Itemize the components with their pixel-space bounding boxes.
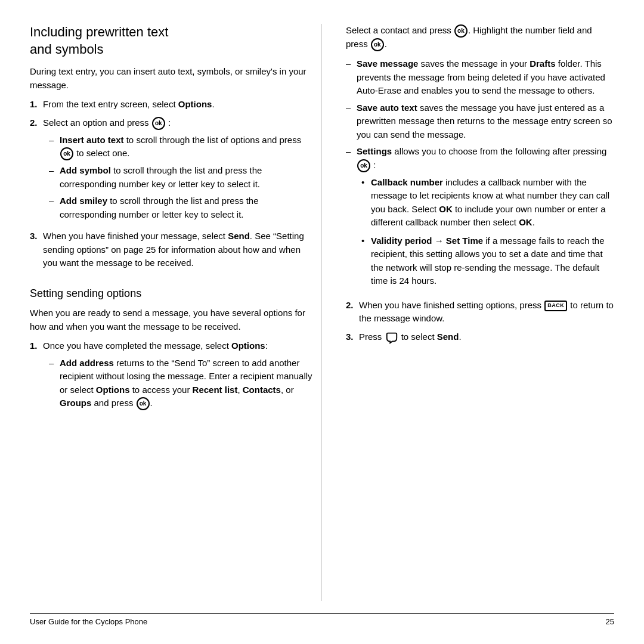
subitem-add-symbol-text: Add symbol to scroll through the list an… (60, 164, 315, 191)
step-1-bold: Options (178, 99, 212, 109)
section1-steps: 1. From the text entry screen, select Op… (30, 98, 315, 270)
settings-subitems: • Callback number includes a callback nu… (361, 176, 614, 288)
dash-addr: – (49, 357, 60, 411)
subitem-add-smiley-text: Add smiley to scroll through the list an… (60, 194, 315, 221)
subitem-add-address-text: Add address returns to the “Send To” scr… (60, 357, 315, 411)
dash-3: – (49, 194, 60, 221)
section1-intro: During text entry, you can insert auto t… (30, 65, 315, 92)
subitem-validity-text: Validity period → Set Time if a message … (371, 234, 614, 288)
section2-steps: 1. Once you have completed the message, … (30, 339, 315, 414)
content-area: Including prewritten text and symbols Du… (30, 24, 614, 601)
ok-button-icon-r1: ok (454, 24, 467, 38)
bottom-step-3: 3. Press to select Send. (346, 330, 614, 344)
item-settings-content: Settings allows you to choose from the f… (357, 145, 614, 293)
step-1-num: 1. (30, 98, 43, 112)
s2-subitems: – Add address returns to the “Send To” s… (49, 357, 315, 411)
bullet-callback: • (361, 176, 371, 230)
bullet-validity: • (361, 234, 371, 288)
bottom-step-2-num: 2. (346, 299, 359, 326)
right-column: Select a contact and press ok. Highlight… (346, 24, 614, 601)
left-column: Including prewritten text and symbols Du… (30, 24, 322, 601)
subitem-insert-auto: – Insert auto text to scroll through the… (49, 134, 315, 161)
item-save-message: – Save message saves the message in your… (346, 57, 614, 98)
step-3-num: 3. (30, 230, 43, 270)
subitem-callback: • Callback number includes a callback nu… (361, 176, 614, 230)
subitem-validity: • Validity period → Set Time if a messag… (361, 234, 614, 288)
right-items: – Save message saves the message in your… (346, 57, 614, 293)
step-3: 3. When you have finished your message, … (30, 230, 315, 270)
section1-title: Including prewritten text and symbols (30, 24, 315, 58)
subitem-callback-text: Callback number includes a callback numb… (371, 176, 614, 230)
bottom-step-2: 2. When you have finished setting option… (346, 299, 614, 326)
dash-settings: – (346, 145, 357, 293)
footer-left: User Guide for the Cyclops Phone (30, 617, 147, 626)
back-button-icon: BACK (544, 301, 567, 311)
ok-button-icon-2: ok (60, 147, 73, 160)
step-2-subitems: – Insert auto text to scroll through the… (49, 134, 315, 222)
item-save-message-text: Save message saves the message in your D… (357, 57, 614, 98)
ok-button-icon-3: ok (137, 397, 150, 410)
ok-button-icon-r2: ok (371, 38, 384, 51)
subitem-add-symbol: – Add symbol to scroll through the list … (49, 164, 315, 191)
subitem-add-address: – Add address returns to the “Send To” s… (49, 357, 315, 411)
s2-step-1: 1. Once you have completed the message, … (30, 339, 315, 414)
step-2: 2. Select an option and press ok : – Ins… (30, 116, 315, 225)
bottom-step-2-content: When you have finished setting options, … (359, 299, 614, 326)
ok-button-icon: ok (152, 117, 165, 130)
dash-1: – (49, 134, 60, 161)
footer: User Guide for the Cyclops Phone 25 (30, 613, 614, 626)
dash-save-msg: – (346, 57, 357, 98)
s2-step-1-num: 1. (30, 339, 43, 414)
subitem-insert-auto-text: Insert auto text to scroll through the l… (60, 134, 315, 161)
footer-right: 25 (606, 617, 614, 626)
item-save-auto-text: – Save auto text saves the message you h… (346, 101, 614, 142)
section2-title: Setting sending options (30, 287, 315, 301)
bottom-step-3-content: Press to select Send. (359, 330, 614, 344)
bottom-steps: 2. When you have finished setting option… (346, 299, 614, 344)
item-settings: – Settings allows you to choose from the… (346, 145, 614, 293)
item-save-auto-text-content: Save auto text saves the message you hav… (357, 101, 614, 142)
dash-2: – (49, 164, 60, 191)
bottom-step-3-num: 3. (346, 330, 359, 344)
section2-intro: When you are ready to send a message, yo… (30, 306, 315, 333)
step-3-content: When you have finished your message, sel… (43, 230, 315, 270)
subitem-add-smiley: – Add smiley to scroll through the list … (49, 194, 315, 221)
step-2-content: Select an option and press ok : – Insert… (43, 116, 315, 225)
page: Including prewritten text and symbols Du… (0, 0, 644, 644)
step-2-num: 2. (30, 116, 43, 225)
step-1: 1. From the text entry screen, select Op… (30, 98, 315, 112)
send-button-icon (385, 331, 398, 344)
ok-button-icon-r3: ok (357, 159, 370, 172)
right-intro: Select a contact and press ok. Highlight… (346, 24, 614, 51)
step-1-content: From the text entry screen, select Optio… (43, 98, 315, 112)
dash-save-auto: – (346, 101, 357, 142)
s2-step-1-content: Once you have completed the message, sel… (43, 339, 315, 414)
